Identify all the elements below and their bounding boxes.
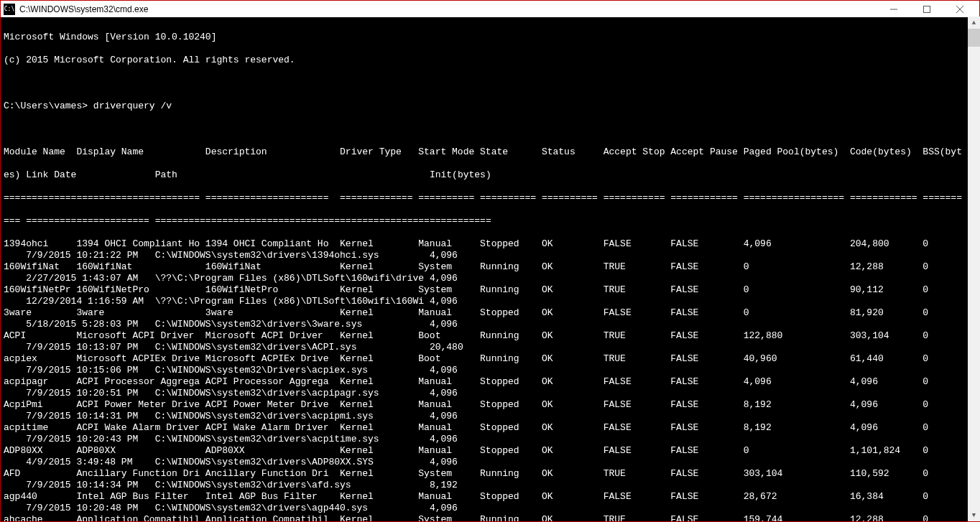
cell-code: 90,112 (850, 284, 923, 296)
prompt-line: C:\Users\vames> driverquery /v (4, 101, 976, 112)
cell-code: 204,800 (850, 238, 923, 250)
sep-row-1: ========================================… (4, 192, 976, 204)
driver-row-detail: 7/9/2015 10:14:31 PMC:\WINDOWS\system32\… (4, 411, 976, 422)
col-type: Driver Type (340, 146, 418, 158)
cell-status: OK (542, 376, 604, 388)
driver-row: acpitimeACPI Wake Alarm DriverACPI Wake … (4, 422, 976, 434)
cell-module: 160WifiNat (4, 261, 76, 273)
cell-display: Microsoft ACPIEx Drive (76, 353, 205, 365)
cell-path: \??\C:\Program Files (x86)\DTLSoft\160wi… (155, 273, 430, 284)
cell-astop: TRUE (604, 261, 671, 273)
cell-astop: FALSE (604, 238, 671, 250)
scroll-down-button[interactable]: ▼ (968, 509, 980, 521)
driver-row-detail: 7/9/2015 10:20:51 PMC:\WINDOWS\system32\… (4, 388, 976, 399)
cell-apause: FALSE (670, 238, 743, 250)
cell-bss: 0 (923, 353, 962, 365)
cell-pool: 4,096 (744, 238, 850, 250)
cell-status: OK (542, 445, 604, 457)
cell-pool: 28,672 (744, 491, 850, 503)
cell-astop: FALSE (604, 307, 671, 319)
col-bss: BSS(byt (923, 146, 962, 158)
scroll-up-button[interactable]: ▲ (968, 17, 980, 29)
cell-astop: FALSE (604, 399, 671, 411)
cell-type: Kernel (340, 491, 418, 503)
cell-display: ACPI Processor Aggrega (76, 376, 205, 388)
driver-row: AcpiPmiACPI Power Meter DriveACPI Power … (4, 399, 976, 411)
cell-bss: 0 (923, 238, 962, 250)
cell-code: 4,096 (850, 376, 923, 388)
col-link: Link Date (26, 169, 154, 181)
driver-row-detail: 5/18/2015 5:28:03 PMC:\WINDOWS\system32\… (4, 319, 976, 330)
cell-bss: 0 (923, 514, 962, 521)
col-state: State (480, 146, 542, 158)
cell-astop: TRUE (604, 468, 671, 480)
cell-code: 81,920 (850, 307, 923, 319)
close-button[interactable] (943, 1, 976, 17)
cell-bss: 0 (923, 330, 962, 342)
cell-code: 110,592 (850, 468, 923, 480)
cell-module: acpipagr (4, 376, 76, 388)
col-code: Code(bytes) (850, 146, 923, 158)
window-title: C:\WINDOWS\system32\cmd.exe (19, 4, 877, 14)
cell-start: System (418, 261, 480, 273)
cell-apause: FALSE (670, 422, 743, 434)
cell-apause: FALSE (670, 376, 743, 388)
driver-row: AFDAncillary Function DriAncillary Funct… (4, 468, 976, 480)
cell-type: Kernel (340, 330, 418, 342)
vertical-scrollbar[interactable]: ▲ ▼ (968, 17, 980, 521)
cell-desc: ACPI Wake Alarm Driver (205, 422, 340, 434)
cell-status: OK (542, 284, 604, 296)
cell-pool: 0 (744, 445, 850, 457)
cell-code: 4,096 (850, 399, 923, 411)
cell-module: 160WifiNetPr (4, 284, 76, 296)
cell-apause: FALSE (670, 445, 743, 457)
col-status: Status (542, 146, 604, 158)
cell-start: Boot (418, 353, 480, 365)
cell-status: OK (542, 468, 604, 480)
cell-link: 7/9/2015 10:21:22 PM (26, 250, 154, 261)
cell-apause: FALSE (670, 284, 743, 296)
sep-row-2: ========================================… (4, 215, 976, 227)
cell-code: 4,096 (850, 422, 923, 434)
cell-type: Kernel (340, 399, 418, 411)
cell-type: Kernel (340, 422, 418, 434)
svg-rect-1 (924, 6, 930, 12)
cell-desc: Ancillary Function Dri (205, 468, 340, 480)
scrollbar-thumb[interactable] (968, 29, 980, 47)
cell-state: Running (480, 468, 542, 480)
cell-state: Stopped (480, 491, 542, 503)
minimize-button[interactable] (877, 1, 910, 17)
cell-apause: FALSE (670, 514, 743, 521)
cell-path: C:\WINDOWS\system32\drivers\acpitime.sys (155, 434, 430, 445)
cell-state: Stopped (480, 376, 542, 388)
cell-code: 303,104 (850, 330, 923, 342)
driver-row-detail: 7/9/2015 10:13:07 PMC:\WINDOWS\system32\… (4, 342, 976, 353)
col-apause: Accept Pause (670, 146, 743, 158)
scrollbar-track[interactable] (968, 29, 980, 509)
cell-state: Running (480, 514, 542, 521)
cell-init: 4,096 (430, 434, 497, 445)
cell-desc: Microsoft ACPIEx Drive (205, 353, 340, 365)
maximize-button[interactable] (910, 1, 943, 17)
col-path: Path (155, 169, 430, 181)
cell-astop: FALSE (604, 376, 671, 388)
cell-type: Kernel (340, 376, 418, 388)
cell-display: 160WifiNetPro (76, 284, 205, 296)
cell-path: C:\WINDOWS\system32\Drivers\acpiex.sys (155, 365, 430, 376)
cell-module: AcpiPmi (4, 399, 76, 411)
cell-bss: 0 (923, 261, 962, 273)
terminal-output[interactable]: Microsoft Windows [Version 10.0.10240] (… (1, 17, 979, 521)
cell-init: 4,096 (430, 388, 497, 399)
cell-path: C:\WINDOWS\system32\drivers\1394ohci.sys (155, 250, 430, 261)
cell-bss: 0 (923, 468, 962, 480)
driver-row-detail: 7/9/2015 10:20:43 PMC:\WINDOWS\system32\… (4, 434, 976, 445)
cell-init: 20,480 (430, 342, 497, 353)
driver-row: acpiexMicrosoft ACPIEx DriveMicrosoft AC… (4, 353, 976, 365)
cell-module: AFD (4, 468, 76, 480)
cell-display: Ancillary Function Dri (76, 468, 205, 480)
cell-start: Manual (418, 238, 480, 250)
cell-bss: 0 (923, 422, 962, 434)
cell-start: Manual (418, 307, 480, 319)
window-buttons (877, 1, 976, 17)
cell-module: ACPI (4, 330, 76, 342)
